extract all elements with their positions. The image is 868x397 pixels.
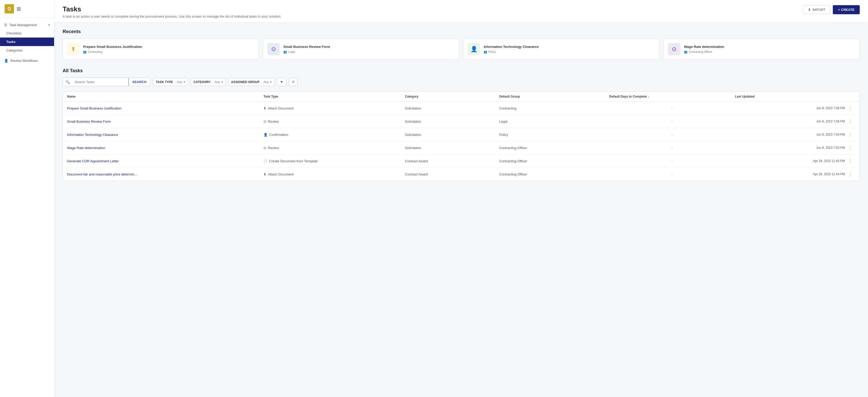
td-days-4: -	[609, 159, 735, 163]
td-name-3: Wage Rate determination	[67, 146, 264, 150]
task-link-4[interactable]: Generate COR Appointment Letter	[67, 159, 119, 163]
task-type-value: Any	[177, 80, 182, 84]
sidebar-item-tasks[interactable]: Tasks	[0, 37, 54, 46]
header-actions: ⬇ IMPORT + CREATE	[803, 5, 860, 14]
sidebar-review-workflows[interactable]: 👤 Review Workflows	[0, 57, 54, 65]
search-input[interactable]	[71, 78, 128, 86]
task-type-chevron-icon: ▾	[184, 81, 185, 83]
group-icon-2: 👥	[283, 50, 287, 54]
recents-title: Recents	[63, 29, 860, 34]
assigned-group-filter[interactable]: ASSIGNED GROUP | Any ▾	[228, 78, 275, 86]
task-link-2[interactable]: Information Technology Clearance	[67, 133, 118, 136]
all-tasks-title: All Tasks	[63, 68, 860, 73]
page-title: Tasks	[63, 5, 281, 13]
td-days-3: -	[609, 146, 735, 150]
row-menu-1[interactable]: ⋮	[845, 119, 855, 124]
sidebar: Q ⊞ ☰ Task Management ▾ Checklists Tasks…	[0, 0, 54, 397]
sidebar-item-checklists[interactable]: Checklists	[0, 29, 54, 37]
td-category-4: Contract Award	[405, 159, 499, 163]
row-menu-2[interactable]: ⋮	[845, 132, 855, 138]
row-menu-0[interactable]: ⋮	[845, 105, 855, 111]
td-days-1: -	[609, 120, 735, 123]
all-tasks-section: All Tasks 🔍 SEARCH TASK TYPE | Any ▾	[63, 68, 860, 181]
td-name-5: Document fair and reasonable price deter…	[67, 172, 264, 176]
task-type-filter[interactable]: TASK TYPE | Any ▾	[153, 78, 188, 86]
list-icon: ☰	[4, 23, 7, 27]
person-icon: 👤	[4, 59, 8, 63]
td-task-type-1: ⊙ Review	[264, 120, 405, 123]
task-link-0[interactable]: Prepare Small Business Justification	[67, 106, 121, 110]
refresh-button[interactable]: ↺	[289, 78, 297, 86]
recent-icon-3: 👤	[468, 43, 480, 55]
main-content: Tasks A task is an action a user needs t…	[54, 0, 868, 397]
page-subtitle: A task is an action a user needs to comp…	[63, 14, 281, 19]
tasks-table: Name Task Type Category Default Group De	[63, 91, 860, 181]
td-date-3: Jun 8, 2023 7:03 PM	[735, 146, 845, 150]
td-days-5: -	[609, 172, 735, 176]
refresh-icon: ↺	[292, 80, 294, 84]
recent-info-3: Information Technology Clearance 👥 Polic…	[484, 45, 539, 54]
category-chevron-icon: ▾	[221, 81, 223, 83]
table-row: Small Business Review Form ⊙ Review Soli…	[63, 115, 860, 128]
td-category-0: Solicitation	[405, 106, 499, 110]
filter-options-button[interactable]: ▼	[277, 78, 286, 86]
sidebar-task-management[interactable]: ☰ Task Management ▾	[0, 21, 54, 29]
td-name-1: Small Business Review Form	[67, 120, 264, 123]
category-filter[interactable]: CATEGORY | Any ▾	[190, 78, 225, 86]
recent-group-1: 👥 Contracting	[83, 50, 142, 54]
td-name-2: Information Technology Clearance	[67, 133, 264, 136]
import-button[interactable]: ⬇ IMPORT	[803, 5, 830, 14]
table-row: Document fair and reasonable price deter…	[63, 168, 860, 181]
recent-group-4: 👥 Contracting Officer	[684, 50, 724, 54]
td-task-type-3: ⊙ Review	[264, 146, 405, 150]
th-name: Name	[67, 95, 264, 98]
td-group-5: Contracting Officer	[499, 172, 609, 176]
td-category-2: Solicitation	[405, 133, 499, 136]
recent-card-1[interactable]: ⬆ Prepare Small Business Justification 👥…	[63, 38, 259, 60]
th-default-group: Default Group	[499, 95, 609, 98]
category-label: CATEGORY	[193, 80, 211, 84]
grid-icon[interactable]: ⊞	[17, 6, 21, 12]
search-icon: 🔍	[63, 80, 71, 84]
task-type-icon-0: ⬆	[264, 106, 266, 110]
td-name-4: Generate COR Appointment Letter	[67, 159, 264, 163]
create-button[interactable]: + CREATE	[833, 5, 860, 14]
td-group-3: Contracting Officer	[499, 146, 609, 150]
td-group-0: Contracting	[499, 106, 609, 110]
recent-card-4[interactable]: ⊙ Wage Rate determination 👥 Contracting …	[663, 38, 860, 60]
th-task-type: Task Type	[264, 95, 405, 98]
td-days-0: -	[609, 106, 735, 110]
td-task-type-5: ⬆ Attach Document	[264, 172, 405, 176]
recent-title-4: Wage Rate determination	[684, 45, 724, 49]
group-icon-1: 👥	[83, 50, 87, 54]
recents-grid: ⬆ Prepare Small Business Justification 👥…	[63, 38, 860, 60]
th-days[interactable]: Default Days to Complete ↓	[609, 95, 735, 98]
row-menu-4[interactable]: ⋮	[845, 158, 855, 164]
recent-title-3: Information Technology Clearance	[484, 45, 539, 49]
task-link-1[interactable]: Small Business Review Form	[67, 120, 111, 123]
table-row: Information Technology Clearance 👤 Confi…	[63, 128, 860, 141]
row-menu-3[interactable]: ⋮	[845, 145, 855, 151]
td-date-2: Jun 8, 2023 7:04 PM	[735, 133, 845, 136]
task-link-5[interactable]: Document fair and reasonable price deter…	[67, 172, 137, 176]
task-type-icon-2: 👤	[264, 133, 268, 136]
row-menu-5[interactable]: ⋮	[845, 171, 855, 177]
filter-icon: ▼	[280, 80, 283, 84]
recent-info-4: Wage Rate determination 👥 Contracting Of…	[684, 45, 724, 54]
sidebar-item-categories[interactable]: Categories	[0, 46, 54, 55]
search-button[interactable]: SEARCH	[128, 78, 150, 86]
td-task-type-0: ⬆ Attach Document	[264, 106, 405, 110]
recent-icon-1: ⬆	[67, 43, 80, 55]
table-row: Generate COR Appointment Letter 📄 Create…	[63, 154, 860, 168]
assigned-group-label: ASSIGNED GROUP	[231, 80, 259, 84]
recent-card-3[interactable]: 👤 Information Technology Clearance 👥 Pol…	[463, 38, 659, 60]
td-task-type-4: 📄 Create Document from Template	[264, 159, 405, 163]
recent-group-3: 👥 Policy	[484, 50, 539, 54]
category-value: Any	[215, 80, 220, 84]
recent-title-2: Small Business Review Form	[283, 45, 330, 49]
recent-card-2[interactable]: ⊙ Small Business Review Form 👥 Legal	[263, 38, 459, 60]
td-group-2: Policy	[499, 133, 609, 136]
task-type-label: TASK TYPE	[156, 80, 173, 84]
recent-group-2: 👥 Legal	[283, 50, 330, 54]
task-link-3[interactable]: Wage Rate determination	[67, 146, 105, 150]
